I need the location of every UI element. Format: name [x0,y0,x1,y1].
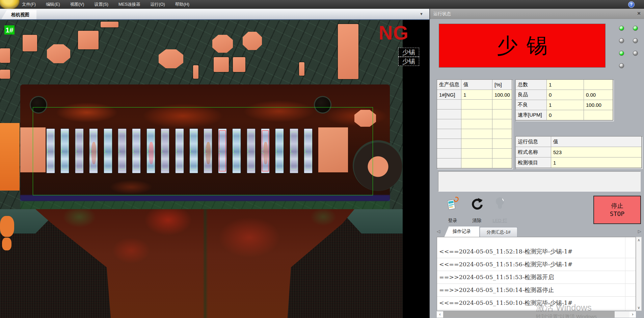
log-entry[interactable]: ==>>2024-05-05_11:50:14-检测器停止 [437,284,636,297]
table-cell: 良品 [516,90,547,100]
copper-pad [212,35,233,53]
table-cell: 0.00 [584,90,613,100]
table-cell [584,110,613,120]
table-cell [492,158,512,168]
log-tabstrip: ◁ 操作记录 分类汇总-1# ▷ [435,226,643,237]
menu-item[interactable]: 视图(V) [65,0,89,9]
table-cell: [%] [492,80,512,90]
pcb-image [0,20,403,318]
menu-bar: 文件(F)编辑(E)视图(V)设置(S)MES连接器运行(O)帮助(H) [0,0,644,9]
windows-activation-watermark-line2: 转到“设置”以激活 Windows [536,314,597,318]
log-entry[interactable]: ==>>2024-05-05_11:51:53-检测器开启 [437,271,636,284]
stats-table: 总数1良品00.00不良1100.00速率[UPM]0 [515,79,613,121]
table-cell [492,119,512,129]
table-row: 生产信息值[%] [437,80,512,90]
copper-pad [214,57,229,72]
table-cell [437,119,461,129]
application-window: 文件(F)编辑(E)视图(V)设置(S)MES连接器运行(O)帮助(H) ? 相… [0,0,644,318]
camera-view: 1# NG 少锡 少锡 [0,20,429,318]
copper-pad [193,65,198,79]
table-cell: 值 [461,80,492,90]
login-button[interactable]: 登录 [442,196,463,224]
copper-pad [233,57,245,72]
tab-operation-log[interactable]: 操作记录 [444,226,479,237]
table-cell [437,129,461,139]
table-cell [437,139,461,149]
table-cell: 100.00 [584,100,613,110]
table-cell [461,129,492,139]
tab-prev-icon[interactable]: ◁ [437,229,440,234]
copper-pad [0,48,10,63]
table-row [437,158,512,168]
table-cell: 1 [547,80,584,90]
scroll-left-icon[interactable]: ‹ [437,311,443,318]
table-cell: 1 [461,90,492,100]
table-cell: 生产信息 [437,80,461,90]
camera-number-badge: 1# [4,25,15,34]
panel-title: 运行状态 [433,11,451,17]
inspection-roi [33,107,373,195]
menu-item[interactable]: 帮助(H) [170,0,194,9]
table-cell [437,109,461,119]
status-indicator [619,26,624,31]
help-icon[interactable]: ? [628,1,635,8]
menu-item[interactable]: MES连接器 [113,0,145,9]
table-cell: 总数 [516,80,547,90]
pcb-bottom [0,209,403,318]
table-row: 良品00.00 [516,90,613,100]
table-row: 运行信息值 [516,137,642,147]
tab-camera-view[interactable]: 相机视图 [1,10,36,19]
menu-item[interactable]: 设置(S) [89,0,113,9]
chevron-down-icon[interactable]: ▼ [420,12,423,16]
led-light-button[interactable]: LED 灯 [489,196,510,224]
table-cell [461,139,492,149]
table-cell: 检测项目 [516,157,551,168]
windows-activation-watermark: 激活 Windows [536,302,592,314]
menu-item[interactable]: 编辑(E) [41,0,65,9]
stop-button[interactable]: 停止 STOP [593,196,641,224]
scroll-down-icon[interactable]: ∨ [636,305,641,310]
panel-titlebar: 运行状态 × [430,9,644,19]
table-cell [492,129,512,139]
table-cell [437,100,461,109]
table-cell: 1#[NG] [437,90,461,100]
table-cell [492,100,512,109]
flex-cable [20,209,390,318]
table-row: 1#[NG]1100.00 [437,90,512,100]
status-indicator [633,51,638,56]
table-cell: 0 [547,90,584,100]
table-row [437,139,512,149]
clear-button[interactable]: 清除 [466,196,487,224]
table-cell: 速率[UPM] [516,110,547,120]
copper-pad [299,62,304,76]
copper-pad [243,32,262,50]
stop-label-en: STOP [610,210,624,218]
scroll-right-icon[interactable]: › [629,311,636,318]
status-indicator [619,63,624,68]
table-cell: 程式名称 [516,147,551,157]
copper-pad [101,22,118,27]
table-cell [461,100,492,109]
table-cell [461,109,492,119]
defect-label: 少锡 [398,57,419,66]
menu-item[interactable]: 运行(O) [145,0,170,9]
table-cell: 1 [547,100,584,110]
scroll-up-icon[interactable]: ∧ [636,238,641,242]
status-indicator [619,38,624,43]
log-entry[interactable]: <<==2024-05-05_11:52:18-检测完毕-少锡-1# [437,245,636,258]
menu-item[interactable]: 文件(F) [17,0,41,9]
copper-pad [78,31,99,49]
tab-next-icon[interactable]: ▷ [638,229,641,234]
run-info-table: 运行信息值程式名称523检测项目1 [515,136,642,168]
defect-label: 少锡 [398,48,419,57]
log-list: <<==2024-05-05_11:52:18-检测完毕-少锡-1#<<==20… [437,237,636,311]
alarm-banner: 少锡 [439,24,606,68]
close-icon[interactable]: × [637,10,641,17]
status-indicator [619,51,624,56]
tab-classification-summary[interactable]: 分类汇总-1# [480,227,517,237]
table-cell: 0 [547,110,584,120]
copper-pad [0,70,10,79]
vertical-scrollbar[interactable]: ∧ ∨ [636,237,642,311]
log-entry[interactable]: <<==2024-05-05_11:51:56-检测完毕-少锡-1# [437,258,636,271]
led-label: LED 灯 [492,218,507,224]
